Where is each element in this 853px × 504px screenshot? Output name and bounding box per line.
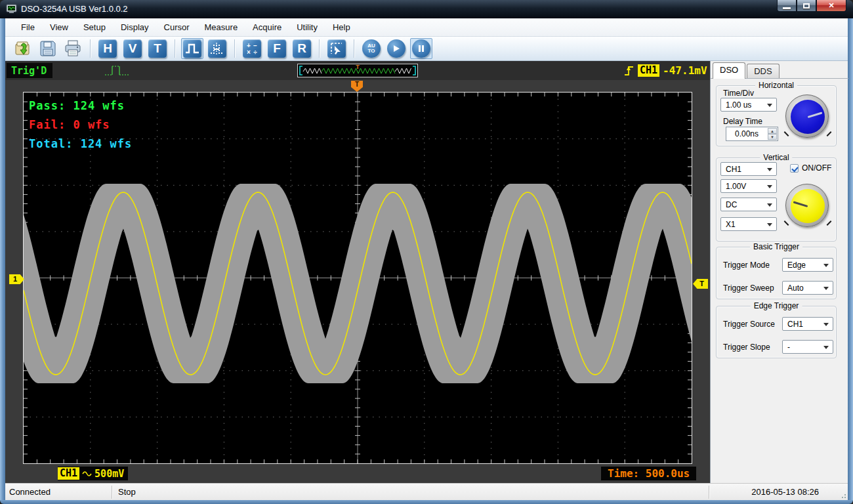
horizontal-group-title: Horizontal — [755, 81, 797, 90]
status-bar: Connected Stop 2016-05-13 08:26 — [5, 483, 848, 500]
chevron-down-icon — [823, 323, 829, 326]
channel-scale-readout: CH1 500mV — [58, 467, 128, 480]
scope-area: Pass: 124 wfs Fail: 0 wfs Total: 124 wfs… — [5, 80, 710, 483]
volts-div-select[interactable]: 1.00V — [720, 179, 777, 193]
acquisition-status: Stop — [118, 487, 136, 497]
trigger-status-bar: Trig'D T CH1 -47.1mV — [5, 61, 710, 80]
datetime-display: 2016-05-13 08:26 — [751, 487, 819, 497]
menu-display[interactable]: Display — [114, 20, 156, 35]
toolbar: H V T — [5, 37, 848, 61]
edge-trigger-title: Edge Trigger — [751, 301, 802, 310]
trigger-source-select[interactable]: CH1 — [782, 317, 833, 331]
t-icon: T — [148, 39, 167, 58]
minimize-button[interactable] — [777, 0, 797, 12]
control-panel: DSO DDS Horizontal Time/Div 1.00 us Dela… — [710, 61, 848, 483]
menu-acquire[interactable]: Acquire — [246, 20, 288, 35]
tab-dds[interactable]: DDS — [747, 64, 779, 79]
trigger-channel-badge: CH1 — [638, 64, 659, 77]
app-icon — [6, 4, 17, 14]
coupling-select[interactable]: DC — [720, 198, 777, 211]
basic-trigger-title: Basic Trigger — [750, 242, 802, 251]
open-icon — [14, 39, 32, 58]
delay-time-spinner[interactable]: 0.00ns ▲ ▼ — [726, 127, 778, 141]
timediv-label: Time/Div — [723, 89, 754, 98]
ref-button[interactable]: R — [291, 38, 313, 59]
close-button[interactable]: ✕ — [816, 0, 846, 12]
pass-fail-button[interactable] — [181, 38, 203, 59]
chevron-down-icon — [823, 287, 829, 290]
vertical-knob[interactable] — [785, 184, 829, 227]
pause-button[interactable] — [410, 38, 432, 59]
window-border-left — [0, 18, 5, 500]
menu-help[interactable]: Help — [326, 20, 357, 35]
window-border-bottom — [0, 500, 853, 504]
trigger-panel-button[interactable]: T — [146, 38, 169, 59]
window-border-right — [848, 18, 853, 500]
window-title: DSO-3254A USB Ver1.0.0.2 — [21, 4, 128, 14]
toolbar-separator — [90, 39, 91, 58]
chevron-down-icon — [823, 264, 829, 267]
fft-button[interactable]: F — [266, 38, 288, 59]
svg-text:T: T — [356, 64, 360, 70]
vertical-panel-button[interactable]: V — [121, 38, 144, 59]
print-button[interactable] — [62, 38, 84, 59]
cursor-arrow-icon — [327, 39, 346, 58]
toolbar-separator — [175, 39, 175, 58]
toolbar-separator — [354, 39, 354, 58]
autoset-button[interactable]: AUTO — [360, 38, 383, 59]
cursor-measure-button[interactable] — [325, 38, 348, 59]
menu-bar: File View Setup Display Cursor Measure A… — [5, 18, 848, 37]
print-icon — [64, 39, 82, 58]
maximize-button[interactable] — [797, 0, 816, 12]
menu-measure[interactable]: Measure — [198, 20, 245, 35]
trigger-state-badge: Trig'D — [7, 63, 52, 78]
horizontal-knob[interactable] — [785, 94, 829, 138]
math-button[interactable]: + − × ÷ — [241, 38, 263, 59]
mask-setup-button[interactable] — [206, 38, 228, 59]
tab-dso[interactable]: DSO — [713, 62, 745, 79]
open-button[interactable] — [12, 38, 34, 59]
trigger-level-value: -47.1mV — [663, 64, 707, 77]
pass-count-label: Pass: 124 wfs — [29, 99, 132, 112]
menu-view[interactable]: View — [43, 20, 75, 35]
basic-trigger-group: Basic Trigger Trigger Mode Edge Trigger … — [716, 247, 837, 299]
menu-cursor[interactable]: Cursor — [157, 20, 196, 35]
trigger-level-marker[interactable]: T — [693, 279, 708, 289]
menu-setup[interactable]: Setup — [77, 20, 112, 35]
trigger-slope-select[interactable]: - — [782, 340, 833, 354]
trigger-sweep-label: Trigger Sweep — [723, 284, 774, 293]
onoff-checkbox[interactable] — [790, 164, 799, 173]
math-icon: + − × ÷ — [243, 39, 261, 58]
trigger-position-marker[interactable]: T — [351, 81, 363, 92]
vertical-group-title: Vertical — [760, 153, 792, 162]
menu-utility[interactable]: Utility — [290, 20, 324, 35]
trigger-slope-label: Trigger Slope — [723, 343, 770, 352]
horizontal-panel-button[interactable]: H — [96, 38, 119, 59]
spinner-up-icon[interactable]: ▲ — [768, 128, 777, 134]
channel-badge: CH1 — [58, 467, 79, 480]
pulse-width-icon — [102, 63, 131, 78]
volts-per-div-value: 500mV — [94, 468, 124, 480]
run-button[interactable] — [385, 38, 407, 59]
toolbar-separator — [319, 39, 320, 58]
channel-onoff-row: ON/OFF — [790, 163, 831, 173]
chevron-down-icon — [767, 185, 772, 188]
channel1-ground-marker[interactable]: 1 — [9, 274, 24, 284]
trigger-sweep-select[interactable]: Auto — [782, 281, 833, 295]
v-icon: V — [123, 39, 142, 58]
total-count-label: Total: 124 wfs — [29, 137, 132, 150]
resize-grip[interactable] — [839, 491, 846, 499]
trigger-mode-select[interactable]: Edge — [782, 258, 833, 272]
save-button[interactable] — [37, 38, 59, 59]
probe-select[interactable]: X1 — [720, 217, 777, 231]
timediv-select[interactable]: 1.00 us — [720, 98, 777, 112]
channel-select[interactable]: CH1 — [720, 162, 777, 176]
f-icon: F — [268, 39, 286, 58]
chevron-down-icon — [767, 168, 772, 171]
waveform-preview[interactable]: T — [297, 64, 418, 77]
mask-pulse-icon — [208, 39, 226, 58]
ac-wave-icon — [82, 470, 92, 478]
spinner-down-icon[interactable]: ▼ — [768, 134, 777, 140]
toolbar-separator — [234, 39, 235, 58]
menu-file[interactable]: File — [14, 20, 41, 35]
